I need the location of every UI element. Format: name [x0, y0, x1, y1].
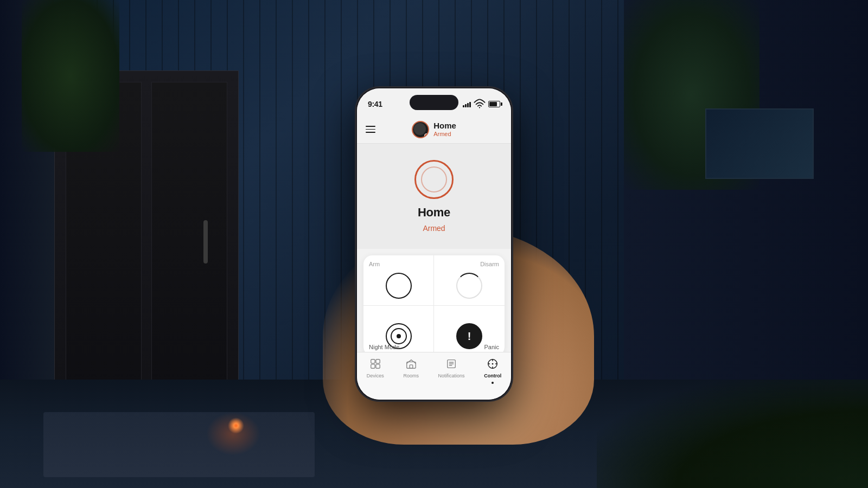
header-status: Armed — [433, 131, 451, 137]
arm-label: Arm — [369, 261, 380, 267]
phone-wrapper: 9:41 — [355, 87, 513, 401]
panic-icon: ! — [456, 323, 482, 349]
nav-item-devices[interactable]: Devices — [362, 357, 388, 378]
panic-button[interactable]: ! Panic — [434, 306, 505, 352]
status-time: 9:41 — [368, 100, 382, 108]
alarm-status-section: Home Armed — [357, 144, 511, 249]
wifi-icon — [474, 98, 486, 110]
nav-item-notifications[interactable]: Notifications — [434, 357, 469, 378]
rooms-icon — [404, 357, 418, 371]
dynamic-island — [410, 95, 458, 110]
header-location: Home — [433, 121, 456, 131]
devices-icon — [368, 357, 382, 371]
shrubs — [597, 380, 868, 488]
svg-point-0 — [479, 107, 480, 108]
controls-card: Arm Disarm — [363, 255, 505, 352]
bottom-nav: Devices Rooms — [357, 352, 511, 400]
signal-bar-3 — [467, 103, 469, 107]
right-window — [705, 108, 814, 179]
main-content: Home Armed Arm Disarm — [357, 144, 511, 352]
nav-active-dot — [492, 382, 494, 384]
menu-line-2 — [366, 129, 375, 130]
arm-icon — [386, 273, 412, 299]
alarm-state-label: Armed — [423, 224, 445, 233]
signal-bar-1 — [463, 105, 464, 107]
target-inner — [391, 328, 407, 344]
alarm-ring[interactable] — [414, 160, 454, 199]
notifications-icon — [444, 357, 458, 371]
disarm-icon — [456, 273, 482, 299]
svg-point-9 — [492, 363, 494, 365]
night-mode-button[interactable]: Night Mode — [363, 306, 434, 352]
avatar-status-dot — [424, 133, 429, 138]
alarm-home-label: Home — [418, 206, 450, 220]
nav-item-rooms[interactable]: Rooms — [399, 357, 423, 378]
phone-screen: 9:41 — [357, 88, 511, 400]
signal-bar-4 — [469, 102, 471, 107]
control-icon — [486, 357, 500, 371]
disarm-button[interactable]: Disarm — [434, 255, 505, 306]
battery-fill — [489, 102, 497, 106]
door-right — [151, 82, 227, 402]
svg-rect-1 — [371, 359, 375, 363]
nav-label-control: Control — [484, 373, 501, 378]
ground-light — [228, 418, 244, 434]
menu-button[interactable] — [366, 126, 375, 133]
avatar — [412, 121, 429, 138]
status-icons — [463, 98, 500, 110]
header-center: Home Armed — [412, 121, 456, 138]
arm-button[interactable]: Arm — [363, 255, 434, 306]
controls-grid: Arm Disarm — [363, 255, 505, 352]
header-text: Home Armed — [433, 121, 456, 137]
svg-rect-4 — [376, 364, 380, 368]
svg-rect-3 — [371, 364, 375, 368]
exclamation-icon: ! — [468, 331, 471, 342]
signal-bar-2 — [465, 104, 467, 107]
svg-rect-2 — [376, 359, 380, 363]
battery-icon — [488, 101, 500, 107]
avatar-inner — [414, 123, 426, 135]
phone-frame: 9:41 — [355, 87, 513, 401]
tree-left — [22, 0, 119, 152]
panic-label: Panic — [484, 344, 499, 350]
app-header: Home Armed — [357, 115, 511, 144]
path-stones — [43, 412, 315, 477]
disarm-label: Disarm — [480, 261, 499, 267]
svg-rect-6 — [410, 365, 413, 368]
nav-label-notifications: Notifications — [438, 373, 465, 378]
nav-item-control[interactable]: Control — [480, 357, 506, 384]
door-handle — [203, 220, 208, 264]
night-mode-label: Night Mode — [369, 344, 399, 350]
menu-line-3 — [366, 132, 375, 133]
menu-line-1 — [366, 126, 375, 127]
alarm-ring-inner — [421, 166, 447, 192]
nav-label-devices: Devices — [367, 373, 384, 378]
nav-label-rooms: Rooms — [403, 373, 419, 378]
signal-bars-icon — [463, 101, 471, 107]
